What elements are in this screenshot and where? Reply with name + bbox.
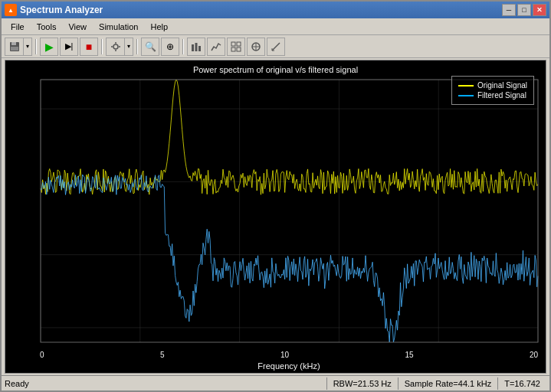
close-button[interactable]: ✕ — [533, 4, 546, 16]
chart-type-2[interactable] — [207, 38, 225, 56]
separator-4 — [182, 39, 184, 54]
svg-rect-11 — [231, 42, 235, 46]
save-button[interactable] — [5, 38, 23, 56]
svg-rect-12 — [237, 42, 241, 46]
settings-dropdown: ▾ — [106, 38, 133, 56]
separator-1 — [35, 39, 37, 54]
svg-rect-10 — [198, 46, 201, 51]
app-icon: ▲ — [5, 4, 17, 16]
x-tick-10: 10 — [280, 351, 289, 359]
title-bar: ▲ Spectrum Analyzer ─ □ ✕ — [2, 2, 549, 18]
separator-2 — [101, 39, 103, 54]
x-axis-label: Frequency (kHz) — [40, 361, 538, 371]
settings-button[interactable] — [106, 38, 124, 56]
x-tick-15: 15 — [405, 351, 413, 359]
legend-filtered: Filtered Signal — [458, 91, 527, 100]
x-tick-0: 0 — [40, 351, 44, 359]
status-sample-rate: Sample Rate=44.1 kHz — [398, 377, 497, 390]
chart-container: Power spectrum of original v/s filtered … — [5, 60, 546, 374]
chart-legend: Original Signal Filtered Signal — [451, 76, 534, 105]
window-title: Spectrum Analyzer — [20, 5, 502, 15]
zoom-out-button[interactable]: ⊕ — [161, 38, 179, 56]
zoom-in-button[interactable]: 🔍 — [141, 38, 159, 56]
chart-type-4[interactable] — [247, 38, 265, 56]
svg-rect-2 — [11, 47, 18, 51]
menu-simulation[interactable]: Simulation — [93, 21, 144, 33]
svg-rect-9 — [195, 43, 198, 51]
status-right: RBW=21.53 Hz Sample Rate=44.1 kHz T=16.7… — [326, 377, 546, 390]
step-button[interactable]: ▶| — [60, 38, 78, 56]
menu-bar: File Tools View Simulation Help — [2, 18, 549, 35]
legend-line-original — [458, 85, 474, 87]
legend-original: Original Signal — [458, 81, 527, 90]
svg-rect-1 — [11, 42, 16, 45]
chart-type-1[interactable] — [187, 38, 205, 56]
minimize-button[interactable]: ─ — [502, 4, 516, 16]
window-controls: ─ □ ✕ — [502, 4, 546, 16]
toolbar: ▾ ▶ ▶| ■ ▾ 🔍 ⊕ — [2, 35, 549, 58]
legend-line-filtered — [458, 95, 474, 96]
settings-dropdown-arrow[interactable]: ▾ — [124, 38, 133, 56]
x-axis-ticks: 0 5 10 15 20 — [40, 351, 538, 359]
menu-view[interactable]: View — [62, 21, 93, 33]
stop-button[interactable]: ■ — [80, 38, 98, 56]
svg-rect-14 — [237, 47, 241, 51]
status-rbw: RBW=21.53 Hz — [326, 377, 398, 390]
menu-file[interactable]: File — [5, 21, 31, 33]
separator-3 — [136, 39, 138, 54]
legend-label-filtered: Filtered Signal — [477, 91, 526, 100]
save-dropdown-arrow[interactable]: ▾ — [23, 38, 32, 56]
maximize-button[interactable]: □ — [517, 4, 531, 16]
svg-rect-13 — [231, 47, 235, 51]
svg-line-18 — [272, 43, 280, 51]
main-area: Power spectrum of original v/s filtered … — [2, 58, 549, 375]
status-bar: Ready RBW=21.53 Hz Sample Rate=44.1 kHz … — [2, 375, 549, 390]
save-dropdown: ▾ — [5, 38, 32, 56]
menu-help[interactable]: Help — [144, 21, 174, 33]
svg-rect-8 — [192, 44, 194, 51]
spectrum-canvas — [5, 60, 546, 373]
play-button[interactable]: ▶ — [40, 38, 58, 56]
status-ready: Ready — [5, 379, 326, 388]
status-time: T=16.742 — [497, 377, 546, 390]
x-tick-20: 20 — [530, 351, 538, 359]
chart-type-3[interactable] — [227, 38, 245, 56]
menu-tools[interactable]: Tools — [31, 21, 63, 33]
chart-title: Power spectrum of original v/s filtered … — [5, 65, 546, 74]
legend-label-original: Original Signal — [477, 81, 527, 90]
measure-button[interactable] — [267, 38, 285, 56]
svg-point-3 — [113, 44, 118, 49]
main-window: ▲ Spectrum Analyzer ─ □ ✕ File Tools Vie… — [0, 0, 551, 392]
x-tick-5: 5 — [160, 351, 165, 359]
